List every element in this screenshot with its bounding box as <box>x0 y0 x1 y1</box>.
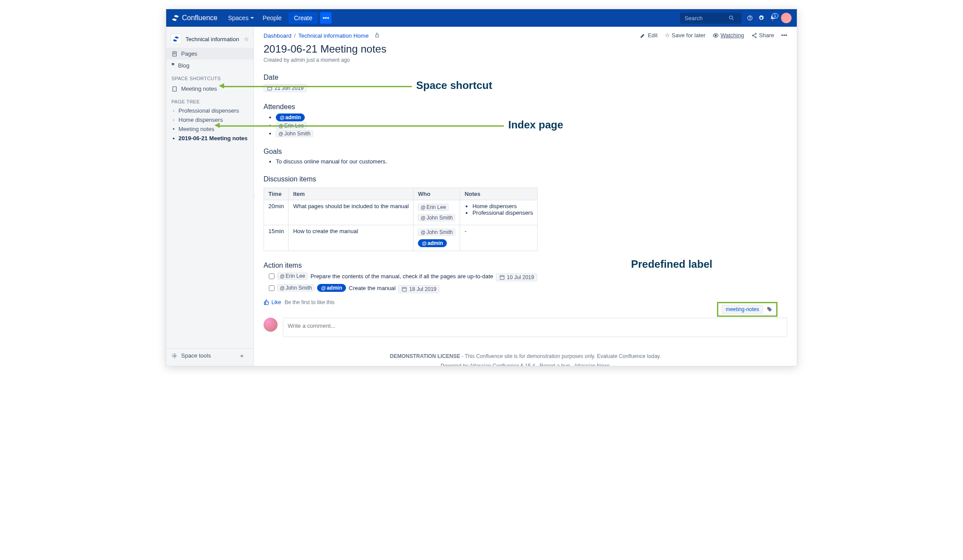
tag-icon[interactable] <box>767 306 773 312</box>
crumb-dashboard[interactable]: Dashboard <box>264 32 292 39</box>
notifications-icon[interactable]: 1 <box>770 15 776 21</box>
create-button[interactable]: Create <box>289 12 317 24</box>
mention-john[interactable]: @John Smith <box>418 214 455 221</box>
like-bar: Like Be the first to like this <box>264 299 787 305</box>
svg-point-11 <box>755 33 756 34</box>
date-lozenge: 18 Jul 2019 <box>398 285 439 293</box>
mention-erin[interactable]: @Erin Lee <box>276 122 307 129</box>
labels-row: meeting-notes <box>717 302 778 317</box>
main-content: Dashboard / Technical information Home E… <box>254 27 797 366</box>
table-row: 15min How to create the manual @John Smi… <box>264 225 538 251</box>
tree-home-dispensers[interactable]: ›Home dispensers <box>166 115 253 124</box>
page-meta: Created by admin just a moment ago <box>264 57 787 63</box>
shortcut-meeting-notes[interactable]: Meeting notes <box>166 83 253 95</box>
page-icon <box>171 51 178 57</box>
action-checkbox[interactable] <box>269 285 275 291</box>
caret-icon: › <box>171 108 176 113</box>
top-nav: Confluence Spaces People Create ••• 1 <box>166 9 797 27</box>
like-button[interactable]: Like <box>264 299 281 305</box>
sidebar: Technical information ☆ Pages ❞ Blog SPA… <box>166 27 254 366</box>
svg-point-13 <box>755 36 756 37</box>
share-icon <box>751 32 757 39</box>
quote-icon: ❞ <box>171 62 175 69</box>
svg-rect-20 <box>500 276 504 280</box>
pencil-icon <box>640 32 646 39</box>
search-input[interactable] <box>685 15 728 21</box>
calendar-icon <box>267 85 273 91</box>
restrictions-icon[interactable] <box>374 32 380 39</box>
section-action-items: Action items <box>264 262 787 269</box>
svg-rect-22 <box>403 287 407 291</box>
label-chip[interactable]: meeting-notes <box>722 305 763 314</box>
attendees-list: @admin @Erin Lee @John Smith <box>264 113 787 137</box>
action-item-row: @John Smith @admin Create the manual 18 … <box>264 283 787 293</box>
space-tools-link[interactable]: Space tools <box>181 352 237 359</box>
shortcuts-label: SPACE SHORTCUTS <box>166 71 253 83</box>
sidebar-pages[interactable]: Pages <box>166 48 253 60</box>
svg-point-3 <box>750 19 750 20</box>
page-title: 2019-06-21 Meeting notes <box>264 43 787 55</box>
mention-john[interactable]: @John Smith <box>418 229 455 236</box>
product-name: Confluence <box>182 14 218 22</box>
mention-erin[interactable]: @Erin Lee <box>277 273 308 280</box>
file-icon <box>171 86 178 92</box>
svg-rect-16 <box>268 86 271 90</box>
comment-input[interactable] <box>283 318 787 337</box>
help-icon[interactable] <box>747 15 753 21</box>
share-button[interactable]: Share <box>751 32 774 39</box>
footer: DEMONSTRATION LICENSE - This Confluence … <box>264 352 787 366</box>
chevron-down-icon <box>250 17 254 19</box>
svg-line-14 <box>753 34 755 35</box>
sidebar-bottom: Space tools « <box>166 348 253 362</box>
confluence-logo[interactable]: Confluence <box>171 14 218 22</box>
nav-people[interactable]: People <box>258 9 286 27</box>
space-title: Technical information <box>185 36 239 43</box>
mention-john[interactable]: @John Smith <box>276 130 313 137</box>
mention-admin[interactable]: @admin <box>317 284 346 292</box>
mention-admin[interactable]: @admin <box>418 239 447 247</box>
settings-icon[interactable] <box>758 15 764 21</box>
tree-professional-dispensers[interactable]: ›Professional dispensers <box>166 106 253 115</box>
gear-icon <box>171 353 178 359</box>
svg-rect-9 <box>375 35 378 37</box>
space-header[interactable]: Technical information ☆ <box>166 30 253 48</box>
mention-erin[interactable]: @Erin Lee <box>418 204 449 211</box>
news-link[interactable]: Atlassian News <box>574 363 610 366</box>
svg-rect-7 <box>173 86 176 91</box>
tree-label: PAGE TREE <box>166 95 253 106</box>
watching-button[interactable]: Watching <box>713 32 744 39</box>
nav-spaces[interactable]: Spaces <box>224 9 258 27</box>
action-item-row: @Erin Lee Prepare the contents of the ma… <box>264 271 787 281</box>
svg-point-10 <box>715 35 717 36</box>
action-checkbox[interactable] <box>269 273 275 279</box>
comment-box <box>264 318 787 337</box>
tree-current-page[interactable]: •2019-06-21 Meeting notes <box>166 134 253 143</box>
svg-point-0 <box>729 16 732 19</box>
svg-line-1 <box>732 19 734 20</box>
mention-john[interactable]: @John Smith <box>277 284 314 291</box>
star-icon[interactable]: ☆ <box>244 36 249 43</box>
date-lozenge: 10 Jul 2019 <box>496 273 537 281</box>
space-icon <box>171 34 181 44</box>
star-icon: ☆ <box>665 32 670 39</box>
report-bug-link[interactable]: Report a bug <box>539 363 570 366</box>
tree-meeting-notes[interactable]: •Meeting notes <box>166 124 253 134</box>
collapse-sidebar-icon[interactable]: « <box>240 352 248 359</box>
sidebar-blog[interactable]: ❞ Blog <box>166 60 253 71</box>
mention-admin[interactable]: @admin <box>276 113 305 121</box>
section-discussion: Discussion items <box>264 175 787 183</box>
edit-button[interactable]: Edit <box>640 32 657 39</box>
svg-point-12 <box>752 35 753 35</box>
notif-badge: 1 <box>772 13 778 18</box>
discussion-table: Time Item Who Notes 20min What pages sho… <box>264 188 538 251</box>
user-avatar[interactable] <box>781 13 792 23</box>
save-for-later-button[interactable]: ☆Save for later <box>665 32 706 39</box>
create-more-button[interactable]: ••• <box>320 12 332 24</box>
caret-icon: › <box>171 117 176 122</box>
more-actions-button[interactable]: ••• <box>781 32 787 39</box>
goals-list: To discuss online manual for our custome… <box>264 158 787 165</box>
crumb-space-home[interactable]: Technical information Home <box>298 32 368 39</box>
search-box[interactable] <box>680 13 742 24</box>
svg-point-8 <box>174 355 175 357</box>
page-actions: Edit ☆Save for later Watching Share ••• <box>640 32 787 39</box>
